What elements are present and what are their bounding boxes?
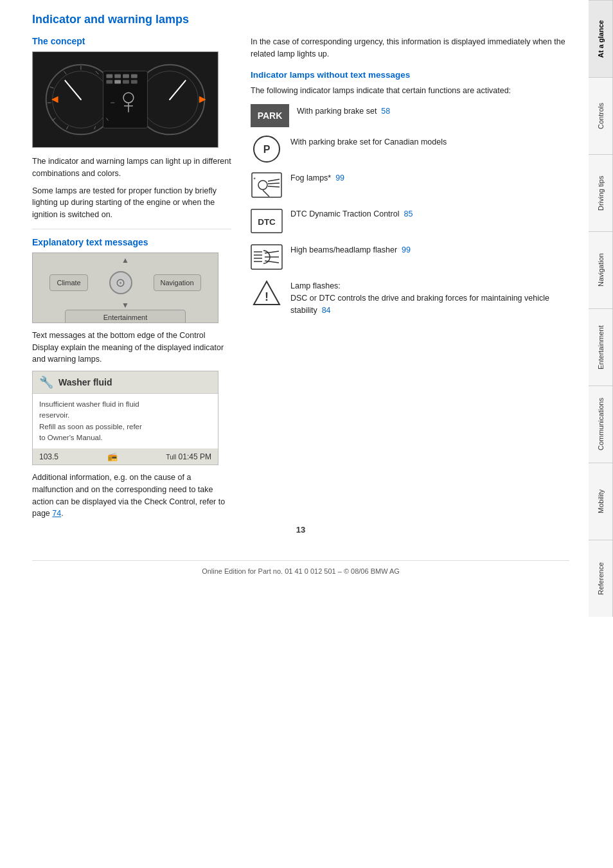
lamp-desc-park: With parking brake set 58 (297, 104, 390, 118)
washer-title: Washer fluid (58, 377, 112, 387)
sidebar-tab-driving-tips[interactable]: Driving tips (589, 154, 613, 231)
page-number: 13 (32, 525, 569, 535)
indicator-intro: The following indicator lamps indicate t… (251, 85, 569, 97)
page-footer: Online Edition for Part no. 01 41 0 012 … (32, 560, 569, 575)
washer-footer: 103.5 📻 Tull 01:45 PM (33, 448, 218, 465)
svg-point-34 (258, 181, 267, 190)
main-content: Indicator and warning lamps The concept (0, 0, 589, 868)
washer-line1: Insufficient washer fluid in fluid (39, 400, 139, 408)
washer-header: 🔧 Washer fluid (33, 371, 218, 394)
svg-line-38 (268, 186, 280, 187)
lamp-icon-highbeam (251, 243, 283, 271)
svg-rect-6 (106, 75, 112, 78)
lamp-desc-dtc: DTC Dynamic Traction Control 85 (290, 207, 413, 220)
washer-footer-time: Tull 01:45 PM (166, 452, 211, 461)
entertainment-button[interactable]: Entertainment (65, 310, 186, 323)
lamp-desc-circle-p: With parking brake set for Canadian mode… (290, 135, 447, 148)
svg-rect-7 (114, 75, 121, 78)
lamp-item-highbeam: High beams/headlamp flasher 99 (251, 243, 569, 271)
sidebar-tab-navigation[interactable]: Navigation (589, 231, 613, 308)
lamp-item-fog: * Fog lamps* 99 (251, 171, 569, 199)
svg-rect-13 (131, 80, 138, 84)
concept-para1: The indicator and warning lamps can ligh… (32, 155, 231, 180)
left-column: The concept (32, 36, 231, 525)
concept-para2: Some lamps are tested for proper functio… (32, 185, 231, 221)
washer-body: Insufficient washer fluid in fluid reser… (33, 394, 218, 448)
washer-line2: reservoir. (39, 411, 69, 419)
washer-fluid-display: 🔧 Washer fluid Insufficient washer fluid… (32, 371, 218, 465)
radio-icon: 📻 (107, 452, 118, 461)
svg-rect-10 (106, 80, 112, 84)
svg-text:!: ! (265, 290, 269, 303)
sidebar-tab-at-a-glance[interactable]: At a glance (589, 0, 613, 77)
link-99-highbeam[interactable]: 99 (402, 245, 411, 254)
intro-text: In the case of corresponding urgency, th… (251, 36, 569, 60)
svg-text:◄: ◄ (49, 93, 61, 105)
svg-text:►: ► (197, 93, 208, 105)
page-74-link[interactable]: 74 (52, 509, 61, 518)
lamp-item-warning: ! Lamp flashes: DSC or DTC controls the … (251, 279, 569, 316)
link-99-fog[interactable]: 99 (335, 173, 344, 182)
dashboard-image: ◄ ► (32, 51, 218, 148)
sidebar-tab-communications[interactable]: Communications (589, 385, 613, 463)
lamp-icon-fog: * (251, 171, 283, 199)
nav-center-button[interactable]: ⊙ (109, 271, 132, 294)
svg-line-37 (268, 183, 280, 184)
lamp-item-dtc: DTC DTC Dynamic Traction Control 85 (251, 207, 569, 235)
svg-text:DTC: DTC (258, 217, 276, 227)
svg-rect-8 (123, 75, 129, 78)
lamp-icon-warning: ! (251, 279, 283, 307)
sidebar-tab-mobility[interactable]: Mobility (589, 463, 613, 540)
indicator-heading: Indicator lamps without text messages (251, 70, 569, 80)
nav-display-image: ▲ Climate ⊙ Navigation ▼ Entertainment ⚠ (32, 252, 218, 323)
svg-text:P: P (263, 144, 271, 155)
link-58[interactable]: 58 (381, 107, 390, 116)
sidebar-tabs: At a glance Controls Driving tips Naviga… (589, 0, 613, 868)
sidebar-tab-controls[interactable]: Controls (589, 77, 613, 154)
sidebar-tab-entertainment[interactable]: Entertainment (589, 308, 613, 385)
washer-footer-num: 103.5 (39, 452, 58, 461)
lamp-desc-warning: Lamp flashes: DSC or DTC controls the dr… (290, 279, 569, 316)
lamp-desc-fog: Fog lamps* 99 (290, 171, 344, 184)
washer-icon: 🔧 (39, 375, 53, 389)
lamp-desc-highbeam: High beams/headlamp flasher 99 (290, 243, 411, 256)
lamp-item-park: PARK With parking brake set 58 (251, 104, 569, 127)
svg-text:*: * (253, 176, 256, 182)
explanatory-para: Text messages at the bottom edge of the … (32, 330, 231, 366)
navigation-button[interactable]: Navigation (154, 274, 201, 291)
svg-rect-9 (131, 75, 138, 78)
page-title: Indicator and warning lamps (32, 13, 569, 26)
additional-para: Additional information, e.g. on the caus… (32, 472, 231, 520)
link-85[interactable]: 85 (404, 209, 413, 218)
svg-rect-5 (103, 71, 147, 128)
svg-rect-12 (123, 80, 129, 84)
concept-heading: The concept (32, 36, 231, 46)
svg-rect-11 (114, 80, 121, 84)
lamp-item-circle-p: P With parking brake set for Canadian mo… (251, 135, 569, 163)
washer-line4: to Owner's Manual. (39, 434, 103, 441)
right-column: In the case of corresponding urgency, th… (251, 36, 569, 525)
link-84[interactable]: 84 (322, 306, 331, 315)
lamp-icon-park: PARK (251, 104, 289, 127)
two-column-layout: The concept (32, 36, 569, 525)
washer-footer-mid: 📻 (107, 452, 118, 461)
divider1 (32, 229, 231, 229)
explanatory-heading: Explanatory text messages (32, 237, 231, 247)
lamp-icon-circle-p: P (251, 135, 283, 163)
sidebar-tab-reference[interactable]: Reference (589, 540, 613, 617)
climate-button[interactable]: Climate (49, 274, 87, 291)
washer-line3: Refill as soon as possible, refer (39, 423, 142, 430)
svg-line-39 (263, 190, 269, 197)
svg-line-36 (268, 179, 280, 181)
lamp-icon-dtc: DTC (251, 207, 283, 235)
